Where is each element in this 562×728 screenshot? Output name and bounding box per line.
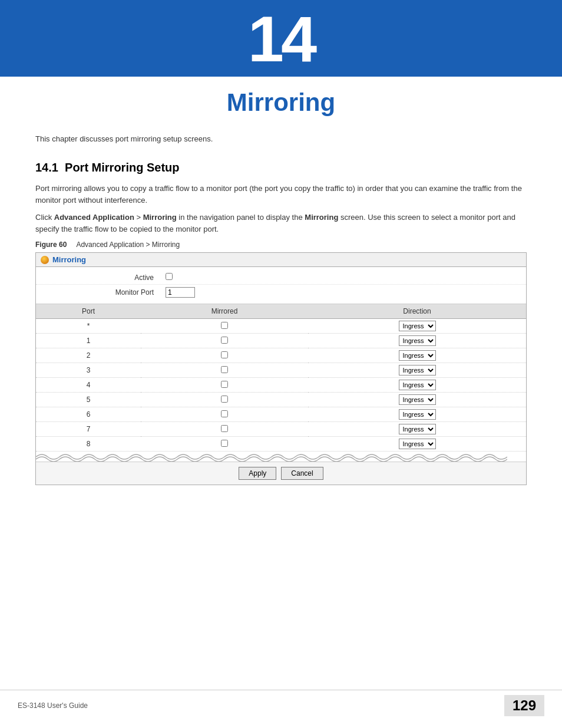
mirrored-cell — [141, 348, 308, 363]
direction-cell: IngressEgressBoth — [308, 378, 526, 393]
footer: ES-3148 User's Guide 129 — [0, 690, 562, 716]
direction-cell: IngressEgressBoth — [308, 422, 526, 437]
table-row: 5IngressEgressBoth — [36, 393, 526, 407]
mirrored-cell — [141, 319, 308, 334]
direction-cell: IngressEgressBoth — [308, 319, 526, 334]
intro-text: This chapter discusses port mirroring se… — [35, 134, 527, 143]
col-port: Port — [36, 304, 141, 319]
direction-cell: IngressEgressBoth — [308, 334, 526, 348]
table-row: 8IngressEgressBoth — [36, 437, 526, 452]
direction-select[interactable]: IngressEgressBoth — [399, 335, 436, 346]
direction-select[interactable]: IngressEgressBoth — [399, 409, 436, 420]
table-row: 7IngressEgressBoth — [36, 422, 526, 437]
footer-text: ES-3148 User's Guide — [18, 701, 88, 710]
direction-select[interactable]: IngressEgressBoth — [399, 380, 436, 390]
mirrored-checkbox[interactable] — [221, 322, 228, 329]
figure-caption-desc: Advanced Application > Mirroring — [76, 241, 180, 249]
mirrored-cell — [141, 363, 308, 378]
mirrored-checkbox[interactable] — [221, 381, 228, 388]
body-paragraph-2: Click Advanced Application > Mirroring i… — [35, 212, 527, 235]
mirrored-checkbox[interactable] — [221, 366, 228, 373]
chapter-number: 14 — [248, 1, 314, 76]
col-direction: Direction — [308, 304, 526, 319]
para2-bold3: Mirroring — [305, 213, 338, 222]
chapter-header: 14 — [0, 0, 562, 77]
body-paragraph-1: Port mirroring allows you to copy a traf… — [35, 183, 527, 206]
port-cell: 2 — [36, 348, 141, 363]
settings-area: Active Monitor Port — [36, 267, 526, 304]
direction-select[interactable]: IngressEgressBoth — [399, 350, 436, 361]
footer-page: 129 — [504, 695, 544, 716]
para2-mid1: > — [136, 213, 143, 222]
mirrored-cell — [141, 422, 308, 437]
section-title: 14.1 Port Mirroring Setup — [35, 161, 527, 174]
mirrored-checkbox[interactable] — [221, 440, 228, 447]
direction-select[interactable]: IngressEgressBoth — [399, 424, 436, 434]
port-cell: * — [36, 319, 141, 334]
mirrored-checkbox[interactable] — [221, 425, 228, 432]
direction-select[interactable]: IngressEgressBoth — [399, 439, 436, 449]
port-cell: 7 — [36, 422, 141, 437]
port-table: Port Mirrored Direction *IngressEgressBo… — [36, 304, 526, 451]
wavy-separator — [36, 451, 526, 462]
col-mirrored: Mirrored — [141, 304, 308, 319]
port-cell: 5 — [36, 393, 141, 407]
direction-cell: IngressEgressBoth — [308, 437, 526, 452]
mirrored-checkbox[interactable] — [221, 396, 228, 403]
active-checkbox[interactable] — [166, 273, 173, 280]
monitor-port-label: Monitor Port — [48, 288, 166, 297]
direction-select[interactable]: IngressEgressBoth — [399, 321, 436, 331]
table-header-row: Port Mirrored Direction — [36, 304, 526, 319]
mirrored-cell — [141, 437, 308, 452]
apply-button[interactable]: Apply — [239, 467, 276, 480]
port-cell: 6 — [36, 407, 141, 422]
mirrored-cell — [141, 407, 308, 422]
mirrored-cell — [141, 334, 308, 348]
direction-cell: IngressEgressBoth — [308, 348, 526, 363]
para2-bold2: Mirroring — [143, 213, 177, 222]
orange-circle-icon — [41, 256, 49, 264]
content-area: This chapter discusses port mirroring se… — [0, 134, 562, 485]
monitor-port-row: Monitor Port — [36, 285, 526, 300]
port-cell: 1 — [36, 334, 141, 348]
active-label: Active — [48, 274, 166, 282]
direction-cell: IngressEgressBoth — [308, 363, 526, 378]
mirroring-box: Mirroring Active Monitor Port Port — [35, 252, 527, 485]
port-cell: 3 — [36, 363, 141, 378]
mirroring-title-bar: Mirroring — [36, 253, 526, 267]
table-row: 4IngressEgressBoth — [36, 378, 526, 393]
section-heading: Port Mirroring Setup — [65, 161, 179, 174]
port-cell: 4 — [36, 378, 141, 393]
direction-cell: IngressEgressBoth — [308, 393, 526, 407]
mirroring-title: Mirroring — [52, 255, 86, 264]
para2-mid2: in the navigation panel to display the — [178, 213, 305, 222]
direction-cell: IngressEgressBoth — [308, 407, 526, 422]
figure-caption: Figure 60 Advanced Application > Mirrori… — [35, 241, 527, 249]
table-row: 3IngressEgressBoth — [36, 363, 526, 378]
monitor-port-input-wrapper — [166, 287, 195, 298]
chapter-title: Mirroring — [0, 88, 562, 117]
cancel-button[interactable]: Cancel — [281, 467, 323, 480]
mirrored-checkbox[interactable] — [221, 337, 228, 344]
figure-caption-text — [69, 241, 75, 249]
table-row: *IngressEgressBoth — [36, 319, 526, 334]
para2-bold1: Advanced Application — [54, 213, 134, 222]
table-row: 1IngressEgressBoth — [36, 334, 526, 348]
active-checkbox-wrapper — [166, 273, 173, 282]
mirrored-cell — [141, 393, 308, 407]
mirrored-checkbox[interactable] — [221, 351, 228, 358]
monitor-port-input[interactable] — [166, 287, 195, 298]
section-number: 14.1 — [35, 161, 58, 174]
active-row: Active — [36, 271, 526, 285]
direction-select[interactable]: IngressEgressBoth — [399, 394, 436, 405]
mirrored-cell — [141, 378, 308, 393]
table-row: 6IngressEgressBoth — [36, 407, 526, 422]
port-cell: 8 — [36, 437, 141, 452]
button-row: Apply Cancel — [36, 462, 526, 485]
mirrored-checkbox[interactable] — [221, 410, 228, 417]
figure-label: Figure 60 — [35, 241, 67, 249]
para2-before: Click — [35, 213, 54, 222]
table-row: 2IngressEgressBoth — [36, 348, 526, 363]
direction-select[interactable]: IngressEgressBoth — [399, 365, 436, 375]
